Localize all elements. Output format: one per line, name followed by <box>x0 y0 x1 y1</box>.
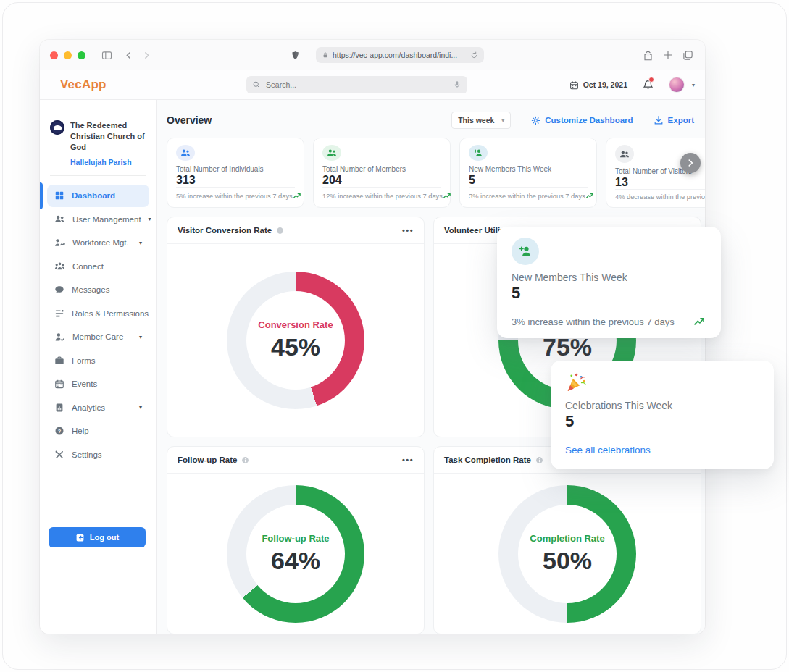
sidebar-item-dashboard[interactable]: Dashboard <box>47 185 149 207</box>
chevron-down-icon[interactable]: ▾ <box>692 82 695 88</box>
zoom-window-button[interactable] <box>78 51 85 59</box>
stat-value: 13 <box>615 176 705 189</box>
donut-label: Follow-up Rate <box>262 533 329 545</box>
minimize-window-button[interactable] <box>64 51 72 59</box>
help-icon <box>54 426 64 436</box>
sidebar-item-forms[interactable]: Forms <box>47 349 149 371</box>
stats-next-button[interactable] <box>680 153 701 173</box>
close-window-button[interactable] <box>50 51 58 59</box>
stat-label: New Members This Week <box>469 165 588 173</box>
info-icon[interactable] <box>241 456 249 464</box>
calendar-icon <box>569 80 579 90</box>
donut-percent: 64% <box>271 547 320 575</box>
microphone-icon[interactable] <box>453 80 462 89</box>
org-parish-link[interactable]: Hallelujah Parish <box>70 158 156 167</box>
sidebar-item-events[interactable]: Events <box>47 373 149 395</box>
stat-cards-row: Total Number of Individuals 313 5% incre… <box>167 138 701 208</box>
group-icon <box>54 261 65 272</box>
card-menu-button[interactable]: ••• <box>402 455 414 464</box>
chart-card-task-completion: Task Completion Rate ••• Completion Rate… <box>433 446 701 634</box>
sidebar-toggle-icon[interactable] <box>101 50 112 61</box>
info-icon[interactable] <box>535 456 543 464</box>
donut-center: Completion Rate 50% <box>518 505 617 603</box>
sidebar-item-connect[interactable]: Connect <box>47 255 149 277</box>
popup-title: New Members This Week <box>512 272 706 283</box>
app-logo[interactable]: VecApp <box>60 77 107 92</box>
stat-card-individuals[interactable]: Total Number of Individuals 313 5% incre… <box>167 138 304 208</box>
person-add-icon <box>469 145 488 161</box>
sidebar-item-help[interactable]: Help <box>47 420 149 442</box>
gear-icon <box>531 116 540 125</box>
party-popper-icon <box>565 371 587 393</box>
back-icon[interactable] <box>124 51 133 60</box>
customize-dashboard-button[interactable]: Customize Dashboard <box>531 116 633 125</box>
sidebar-item-member-care[interactable]: Member Care ▾ <box>47 326 149 348</box>
donut-chart-conversion: Conversion Rate 45% <box>227 272 364 409</box>
period-select[interactable]: This week ▾ <box>451 112 511 129</box>
chevron-down-icon: ▾ <box>139 240 142 246</box>
share-icon[interactable] <box>643 50 654 61</box>
date-picker[interactable]: Oct 19, 2021 <box>569 80 627 90</box>
sidebar-item-roles-permissions[interactable]: Roles & Permissions <box>47 302 149 324</box>
customize-label: Customize Dashboard <box>545 116 633 125</box>
new-tab-icon[interactable] <box>663 50 673 60</box>
popup-new-members: New Members This Week 5 3% increase with… <box>497 227 721 338</box>
logout-button[interactable]: Log out <box>49 527 146 547</box>
export-label: Export <box>668 116 694 125</box>
tab-overview-icon[interactable] <box>682 50 693 61</box>
users-icon <box>615 145 634 163</box>
user-avatar[interactable] <box>669 77 685 93</box>
card-menu-button[interactable]: ••• <box>402 226 414 235</box>
page-title: Overview <box>167 114 212 126</box>
trend-up-icon <box>293 191 302 201</box>
popup-trend-text: 3% increase within the previous 7 days <box>512 316 675 327</box>
address-bar[interactable]: https://vec-app.com/dashboard/indi... <box>316 47 484 63</box>
sidebar-item-label: Roles & Permissions <box>72 309 149 318</box>
logout-label: Log out <box>90 533 119 542</box>
settings-icon <box>54 450 64 460</box>
users-icon <box>322 145 341 161</box>
analytics-icon <box>54 403 64 413</box>
sidebar-item-workforce-mgt[interactable]: Workforce Mgt. ▾ <box>47 232 149 254</box>
donut-label: Completion Rate <box>530 533 604 545</box>
sidebar-item-settings[interactable]: Settings <box>47 443 149 466</box>
donut-label: Conversion Rate <box>258 319 333 332</box>
sidebar-item-analytics[interactable]: Analytics ▾ <box>47 396 149 419</box>
notifications-button[interactable] <box>643 78 654 91</box>
date-text: Oct 19, 2021 <box>583 80 627 89</box>
export-button[interactable]: Export <box>654 115 694 125</box>
donut-chart-follow-up: Follow-up Rate 64% <box>227 485 364 623</box>
popup-value: 5 <box>512 284 706 303</box>
users-icon <box>54 214 65 224</box>
sidebar-item-user-management[interactable]: User Management ▾ <box>47 208 149 230</box>
stat-trend-text: 5% increase within the previous 7 days <box>176 193 293 200</box>
sidebar-item-messages[interactable]: Messages <box>47 279 149 301</box>
church-logo <box>50 120 64 135</box>
info-icon[interactable] <box>276 227 284 235</box>
sidebar-item-label: Workforce Mgt. <box>72 238 129 247</box>
search-icon <box>252 80 261 89</box>
popup-celebrations: Celebrations This Week 5 See all celebra… <box>551 361 774 469</box>
stat-card-members[interactable]: Total Number of Members 204 12% increase… <box>313 138 451 208</box>
browser-toolbar: https://vec-app.com/dashboard/indi... <box>40 40 705 70</box>
chevron-down-icon: ▾ <box>501 117 504 124</box>
chart-card-follow-up: Follow-up Rate ••• Follow-up Rate 64% <box>167 446 425 634</box>
bell-icon <box>643 80 654 91</box>
popup-title: Celebrations This Week <box>565 400 759 411</box>
privacy-shield-icon[interactable] <box>291 51 300 60</box>
stat-card-new-members[interactable]: New Members This Week 5 3% increase with… <box>459 138 597 208</box>
chart-title: Task Completion Rate <box>444 455 531 464</box>
divider <box>635 78 635 91</box>
stat-trend-text: 3% increase within the previous 7 days <box>469 193 585 200</box>
chart-card-visitor-conversion: Visitor Conversion Rate ••• Conversion R… <box>167 217 425 437</box>
reload-icon[interactable] <box>470 51 478 59</box>
workforce-icon <box>54 238 65 248</box>
see-all-celebrations-link[interactable]: See all celebrations <box>565 437 759 455</box>
sidebar-item-label: Connect <box>72 262 104 271</box>
org-block[interactable]: The Redeemed Christian Church of God <box>40 120 156 153</box>
search-input[interactable] <box>264 80 453 90</box>
page-header: Overview This week ▾ Customize Dashboard <box>167 112 701 129</box>
forward-icon[interactable] <box>142 51 151 60</box>
chart-header: Follow-up Rate ••• <box>167 447 424 474</box>
users-icon <box>176 145 195 161</box>
